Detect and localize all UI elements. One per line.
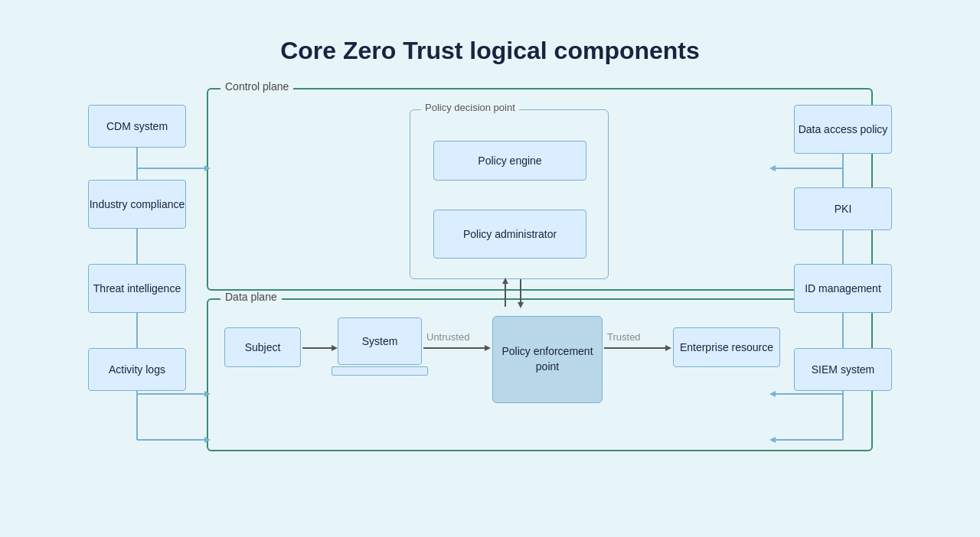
svg-marker-6 <box>204 437 211 443</box>
pep-label: Policy enforcement point <box>493 344 602 374</box>
policy-engine-box: Policy engine <box>433 141 586 181</box>
data-access-box: Data access policy <box>794 105 892 154</box>
id-mgmt-box: ID management <box>794 264 892 313</box>
enterprise-label: Enterprise resource <box>680 341 773 353</box>
vertical-arrows <box>494 278 540 308</box>
svg-marker-13 <box>769 437 776 443</box>
svg-marker-17 <box>518 302 524 308</box>
svg-marker-4 <box>204 391 211 397</box>
activity-label: Activity logs <box>88 348 186 391</box>
svg-marker-21 <box>485 345 491 351</box>
svg-marker-11 <box>769 391 776 397</box>
siem-label: SIEM system <box>794 348 892 391</box>
pdp-label: Policy decision point <box>421 102 519 113</box>
threat-label: Threat intelligence <box>88 264 186 313</box>
system-base <box>332 366 428 376</box>
page-title: Core Zero Trust logical components <box>280 37 700 65</box>
control-plane-label: Control plane <box>220 80 293 93</box>
id-mgmt-label: ID management <box>794 264 892 313</box>
svg-marker-15 <box>502 278 508 284</box>
pep-to-enterprise-arrow <box>603 340 673 356</box>
compliance-label: Industry compliance <box>88 180 186 229</box>
policy-admin-box: Policy administrator <box>433 210 586 259</box>
svg-marker-9 <box>769 165 776 171</box>
system-box: System <box>338 317 422 365</box>
activity-box: Activity logs <box>88 348 186 391</box>
pki-label: PKI <box>794 187 892 230</box>
system-label: System <box>362 335 398 347</box>
system-container: System <box>338 317 428 376</box>
pep-box: Policy enforcement point <box>492 316 603 403</box>
policy-admin-label: Policy administrator <box>463 228 557 240</box>
siem-box: SIEM system <box>794 348 892 391</box>
compliance-box: Industry compliance <box>88 180 186 229</box>
cdm-box: CDM system <box>88 105 186 148</box>
pki-box: PKI <box>794 187 892 230</box>
svg-marker-19 <box>332 345 338 351</box>
data-plane-label: Data plane <box>220 291 282 303</box>
policy-engine-label: Policy engine <box>478 155 541 167</box>
threat-box: Threat intelligence <box>88 264 186 313</box>
cdm-label: CDM system <box>88 105 186 148</box>
pdp-container: Policy decision point Policy engine Poli… <box>410 109 609 279</box>
svg-marker-23 <box>665 345 671 351</box>
subject-box: Subject <box>224 327 301 367</box>
system-to-pep-arrow <box>422 340 492 356</box>
data-access-label: Data access policy <box>794 105 892 154</box>
subject-label: Subject <box>245 341 281 353</box>
diagram: Control plane Data plane CDM system I <box>88 88 892 463</box>
page: Core Zero Trust logical components Contr… <box>0 0 980 537</box>
svg-marker-2 <box>204 165 211 171</box>
enterprise-box: Enterprise resource <box>673 327 780 367</box>
subject-to-system-arrow <box>301 340 339 356</box>
